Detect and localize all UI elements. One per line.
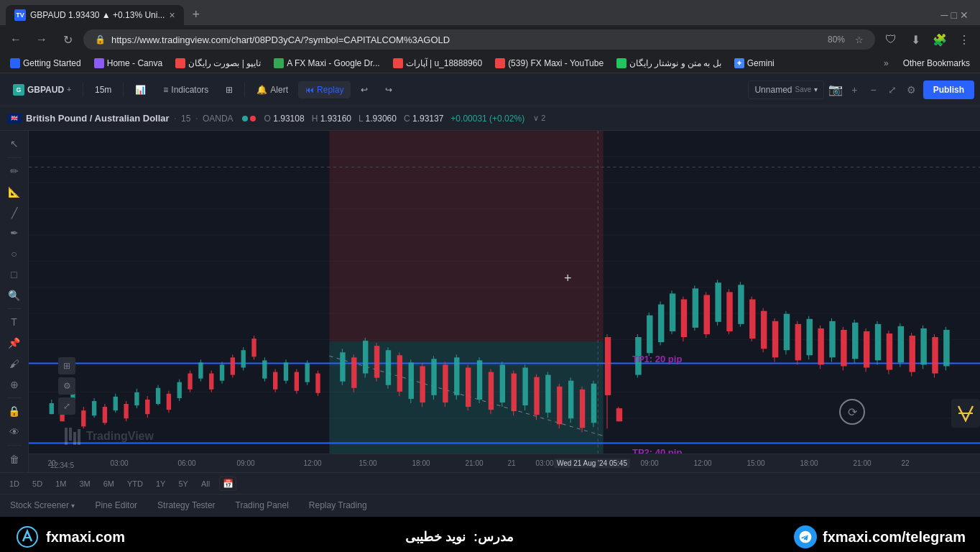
zoom-in-button[interactable]: + — [847, 81, 861, 98]
bookmark-gemini[interactable]: ✦ Gemini — [730, 56, 779, 70]
measure-tool[interactable]: 📐 — [4, 183, 24, 201]
line-tool[interactable]: ╱ — [4, 203, 24, 221]
zoom-tool[interactable]: 🔍 — [4, 286, 24, 304]
fullscreen-button[interactable]: ⤢ — [885, 81, 900, 98]
lock-tool[interactable]: 🔒 — [4, 402, 24, 420]
more-bookmarks-button[interactable]: » — [879, 56, 893, 70]
time-1m[interactable]: 1M — [52, 477, 70, 490]
svg-rect-69 — [374, 346, 379, 377]
rect-tool[interactable]: □ — [4, 265, 24, 283]
svg-rect-53 — [273, 372, 277, 390]
chart-canvas[interactable]: + TP1: 20 pip TP2: 40 pip TradingVie — [29, 131, 980, 472]
symbol-flag: 🇬🇧 — [7, 114, 22, 124]
svg-rect-17 — [81, 410, 85, 426]
minimize-button[interactable]: ─ — [941, 9, 948, 21]
redo-button[interactable]: ↪ — [378, 81, 399, 98]
template-button[interactable]: ⊞ — [218, 81, 240, 98]
publish-button[interactable]: Publish — [923, 80, 974, 99]
cursor-tool[interactable]: ↖ — [4, 135, 24, 153]
svg-rect-87 — [477, 360, 482, 400]
time-1d[interactable]: 1D — [6, 477, 23, 490]
screenshot-button[interactable]: 📷 — [828, 83, 843, 96]
brush-tool[interactable]: 🖌 — [4, 354, 24, 372]
active-tab[interactable]: TV GBPAUD 1.93430 ▲ +0.13% Uni... × — [6, 5, 184, 25]
calendar-button[interactable]: 📅 — [219, 477, 236, 491]
time-5d[interactable]: 5D — [29, 477, 46, 490]
bookmark-text[interactable]: بل به متن و نوشتار رایگان — [612, 56, 726, 70]
cross-tool[interactable]: ⊕ — [4, 375, 24, 393]
svg-rect-49 — [251, 339, 256, 356]
template-icon: ⊞ — [226, 85, 233, 95]
bookmark-getting-started[interactable]: Getting Started — [6, 56, 85, 70]
time-label-21: 21:00 — [465, 459, 483, 467]
timeframe-selector[interactable]: 15m — [88, 81, 119, 98]
scale-tool-1[interactable]: ⊞ — [58, 357, 75, 374]
circle-tool[interactable]: ○ — [4, 245, 24, 263]
tab-pine-editor[interactable]: Pine Editor — [85, 496, 147, 516]
time-1y[interactable]: 1Y — [152, 477, 169, 490]
bookmark-icon — [616, 58, 627, 68]
address-bar[interactable]: 🔒 https://www.tradingview.com/chart/08PD… — [83, 29, 875, 50]
security-icon: 🔒 — [95, 34, 106, 45]
trash-tool[interactable]: 🗑 — [4, 450, 24, 468]
tab-stock-screener[interactable]: Stock Screener ▾ — [0, 496, 85, 516]
time-all[interactable]: All — [198, 477, 213, 490]
save-layout-button[interactable]: Unnamed Save ▾ — [748, 80, 824, 99]
settings-button[interactable]: ⚙ — [904, 81, 919, 98]
bookmark-fx-google[interactable]: A FX Maxi - Google Dr... — [269, 56, 384, 70]
scale-tool-3[interactable]: ⤢ — [58, 397, 75, 415]
bookmark-icon — [495, 58, 505, 68]
open-value: O 1.93108 — [264, 114, 305, 124]
svg-rect-47 — [241, 350, 246, 367]
bookmark-icon[interactable]: ☆ — [855, 34, 864, 45]
indicators-button[interactable]: ≡ Indicators — [156, 81, 216, 98]
fxmaxi-brand-icon — [14, 524, 40, 550]
time-3m[interactable]: 3M — [75, 477, 93, 490]
refresh-button[interactable]: ↻ — [57, 29, 78, 50]
scale-tool-2[interactable]: ⚙ — [58, 377, 75, 395]
broker-label: OANDA — [203, 114, 234, 124]
extensions-icon[interactable]: 🧩 — [930, 29, 950, 50]
tab-trading-panel[interactable]: Trading Panel — [226, 496, 299, 516]
svg-rect-151 — [852, 323, 858, 359]
time-5y[interactable]: 5Y — [175, 477, 191, 490]
bookmark-aparat[interactable]: آپارات | u_18888960 — [389, 56, 487, 70]
draw-tool[interactable]: ✏ — [4, 162, 24, 180]
text-tool[interactable]: T — [4, 313, 24, 331]
maximize-button[interactable]: □ — [951, 9, 957, 21]
zoom-out-button[interactable]: − — [866, 81, 880, 98]
forward-button[interactable]: → — [32, 29, 52, 50]
bookmark-canva[interactable]: Home - Canva — [90, 56, 167, 70]
close-window-button[interactable]: ✕ — [960, 9, 969, 21]
tab-strategy-tester[interactable]: Strategy Tester — [147, 496, 225, 516]
svg-rect-29 — [145, 400, 149, 414]
download-icon[interactable]: ⬇ — [905, 29, 925, 50]
back-button[interactable]: ← — [6, 29, 26, 50]
tab-replay-trading[interactable]: Replay Trading — [299, 496, 377, 516]
chart-type-button[interactable]: 📊 — [128, 81, 153, 98]
svg-rect-157 — [887, 334, 892, 370]
pin-tool[interactable]: 📌 — [4, 334, 24, 352]
time-6m[interactable]: 6M — [100, 477, 118, 490]
alert-button[interactable]: 🔔 Alert — [249, 81, 295, 98]
tab-close-button[interactable]: × — [169, 9, 175, 21]
bookmark-youtube[interactable]: (539) FX Maxi - YouTube — [491, 56, 608, 70]
new-tab-button[interactable]: + — [187, 4, 206, 25]
menu-button[interactable]: ⋮ — [954, 29, 974, 50]
svg-rect-135 — [761, 311, 767, 349]
bookmark-taipo[interactable]: تایپو | بصورت رایگان — [171, 56, 265, 70]
replay-button[interactable]: ⏮ Replay — [298, 81, 351, 98]
symbol-selector[interactable]: G GBPAUD + — [6, 80, 78, 99]
time-ytd[interactable]: YTD — [124, 477, 147, 490]
time-range-toolbar: 1D 5D 1M 3M 6M YTD 1Y 5Y All 📅 — [0, 472, 980, 494]
undo-button[interactable]: ↩ — [353, 81, 375, 98]
svg-rect-119 — [670, 293, 675, 331]
eye-tool[interactable]: 👁 — [4, 423, 24, 441]
bookmark-other[interactable]: Other Bookmarks — [899, 56, 974, 70]
chart-container[interactable]: SELL 1.93421 2.3 BUY 1.93444+ — [29, 131, 980, 472]
symbol-label: GBPAUD — [27, 85, 64, 95]
shield-icon[interactable]: 🛡 — [881, 29, 901, 50]
svg-rect-27 — [134, 392, 139, 405]
interval-separator: · — [174, 112, 177, 125]
pencil-tool[interactable]: ✒ — [4, 224, 24, 242]
